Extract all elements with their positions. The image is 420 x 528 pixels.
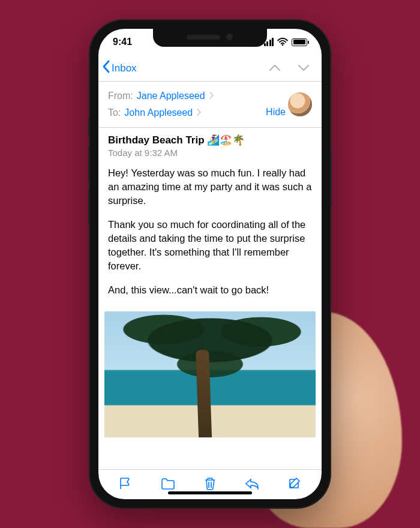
hide-details-button[interactable]: Hide — [266, 107, 286, 118]
wifi-icon — [277, 38, 288, 46]
chevron-left-icon — [102, 60, 110, 76]
body-paragraph: Thank you so much for coordinating all o… — [108, 218, 312, 272]
svg-point-0 — [282, 44, 284, 46]
chevron-right-icon — [196, 104, 201, 121]
notch — [153, 29, 267, 47]
timestamp: Today at 9:32 AM — [108, 148, 312, 158]
compose-button[interactable] — [287, 476, 302, 493]
status-right — [263, 38, 307, 46]
delete-button[interactable] — [202, 476, 218, 493]
from-label: From: — [108, 88, 133, 104]
next-message-button[interactable] — [298, 63, 310, 74]
to-value[interactable]: John Appleseed — [124, 104, 193, 121]
screen: 9:41 Inbox — [98, 29, 322, 499]
avatar[interactable] — [288, 92, 312, 116]
battery-icon — [292, 38, 307, 46]
subject-block: Birthday Beach Trip 🏄‍♀️🏖️🌴 Today at 9:3… — [98, 128, 322, 158]
body-paragraph: And, this view...can't wait to go back! — [108, 283, 312, 297]
body-paragraph: Hey! Yesterday was so much fun. I really… — [108, 166, 312, 207]
chevron-right-icon — [209, 88, 214, 104]
flag-button[interactable] — [118, 476, 133, 493]
prev-message-button[interactable] — [269, 63, 281, 74]
back-label: Inbox — [112, 62, 137, 74]
bottom-toolbar — [98, 469, 322, 499]
move-button[interactable] — [160, 476, 176, 493]
nav-bar: Inbox — [98, 55, 322, 82]
reply-button[interactable] — [244, 476, 260, 493]
message-body: Hey! Yesterday was so much fun. I really… — [98, 158, 322, 308]
subject-text: Birthday Beach Trip — [108, 134, 205, 146]
message-headers: From: Jane Appleseed To: John Appleseed … — [98, 82, 322, 128]
attached-photo[interactable] — [104, 311, 316, 437]
subject-emoji: 🏄‍♀️🏖️🌴 — [207, 134, 245, 146]
to-label: To: — [108, 104, 121, 121]
status-time: 9:41 — [113, 37, 132, 47]
from-value[interactable]: Jane Appleseed — [137, 88, 205, 104]
home-indicator[interactable] — [168, 491, 252, 494]
back-button[interactable]: Inbox — [102, 60, 137, 76]
phone-frame: 9:41 Inbox — [90, 20, 330, 508]
